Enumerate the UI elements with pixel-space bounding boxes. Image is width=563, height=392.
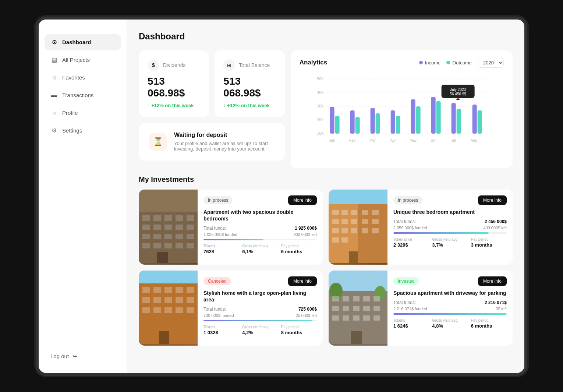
dividends-trend-value: +12% xyxy=(151,103,164,108)
investment-name-1: Apartment with two spacious double bedro… xyxy=(203,209,317,222)
sidebar-item-dashboard[interactable]: ⊙ Dashboard xyxy=(45,34,121,50)
svg-rect-41 xyxy=(153,215,161,221)
status-badge-3: Canceled xyxy=(203,277,231,285)
favorites-icon: ☆ xyxy=(50,74,58,81)
stat-tokens-3: Tokens 1 032$ xyxy=(203,325,239,335)
building-svg-4 xyxy=(329,271,387,344)
investment-image-3 xyxy=(139,271,198,346)
balance-icon: ⊞ xyxy=(223,59,235,71)
svg-text:Mar: Mar xyxy=(369,138,376,142)
progress-bar-4 xyxy=(393,313,507,315)
svg-rect-66 xyxy=(351,210,357,215)
stats-row: $ Dividends 513 068.98$ ↑ +12% on this w… xyxy=(139,50,285,117)
svg-rect-53 xyxy=(176,234,183,239)
svg-rect-59 xyxy=(187,243,194,248)
yield-value-2: 3,7% xyxy=(432,242,468,248)
svg-rect-77 xyxy=(362,228,368,233)
yield-value-1: 6,1% xyxy=(242,249,278,254)
analytics-card: Analytics Income Outcome xyxy=(291,50,513,168)
funded-label-3: 700 000$ funded xyxy=(203,313,234,318)
svg-text:10K: 10K xyxy=(317,131,324,135)
svg-rect-106 xyxy=(332,296,339,301)
balance-value: 513 068.98$ xyxy=(223,75,276,99)
sidebar-item-transactions[interactable]: ▬ Transactions xyxy=(45,87,121,103)
investment-content-3: Canceled More info Stylish home with a l… xyxy=(198,271,323,346)
sidebar-item-profile[interactable]: ○ Profile xyxy=(45,105,121,121)
stat-period-2: Pay period 3 months xyxy=(471,237,507,248)
sidebar-item-label: Favorites xyxy=(62,74,85,81)
year-selector[interactable]: 2020 2021 2022 2023 xyxy=(478,58,504,68)
dividends-trend: ↑ +12% on this week xyxy=(148,103,200,108)
svg-rect-73 xyxy=(372,219,379,224)
svg-rect-111 xyxy=(332,306,339,311)
svg-rect-92 xyxy=(164,297,172,303)
period-value-2: 3 months xyxy=(471,242,507,248)
tokens-label-4: Tokens xyxy=(393,318,429,322)
chart-container: 50K 40K 30K 20K 10K xyxy=(300,74,504,147)
svg-rect-50 xyxy=(142,234,150,239)
svg-rect-76 xyxy=(351,228,357,233)
investment-badges-4: Invested More info xyxy=(393,276,507,286)
more-info-button-3[interactable]: More info xyxy=(288,276,317,286)
svg-rect-65 xyxy=(341,210,348,215)
total-funds-value-2: 2 456 000$ xyxy=(485,219,507,224)
deposit-card: ⏳ Waiting for deposit Your profile and w… xyxy=(139,123,285,160)
svg-rect-71 xyxy=(351,219,357,224)
svg-rect-43 xyxy=(176,215,183,221)
sidebar-item-favorites[interactable]: ☆ Favorites xyxy=(45,70,121,86)
progress-fill-3 xyxy=(203,320,312,321)
dividends-value: 513 068.98$ xyxy=(148,75,200,99)
transactions-icon: ▬ xyxy=(50,92,58,99)
investment-card-4: Invested More info Spacious apartment wi… xyxy=(329,271,513,346)
svg-rect-11 xyxy=(335,116,339,134)
total-balance-card: ⊞ Total Balance 513 068.98$ ↑ +12% on th… xyxy=(215,50,284,117)
svg-rect-12 xyxy=(350,110,354,134)
stat-period-4: Pay period 6 months xyxy=(471,318,507,329)
stat-tokens-1: Tokens 762$ xyxy=(203,244,239,254)
more-info-button-4[interactable]: More info xyxy=(478,276,507,286)
svg-rect-15 xyxy=(375,113,380,134)
logout-button[interactable]: Log out ↪ xyxy=(50,353,115,360)
funded-label-4: 2 216 071$ funded xyxy=(393,307,427,311)
svg-rect-117 xyxy=(343,315,349,321)
page-title: Dashboard xyxy=(139,31,513,42)
main-content: Dashboard $ Dividends 513 068.98$ ↑ +12%… xyxy=(127,20,524,373)
svg-rect-55 xyxy=(142,243,150,248)
svg-rect-21 xyxy=(436,101,440,134)
svg-rect-18 xyxy=(411,99,415,134)
investment-image-4 xyxy=(329,271,387,346)
yield-value-3: 4,2% xyxy=(242,330,278,335)
svg-marker-27 xyxy=(456,98,460,100)
period-label-3: Pay period xyxy=(281,325,317,329)
investment-content-4: Invested More info Spacious apartment wi… xyxy=(387,271,513,346)
yield-label-4: Gross yield avg. xyxy=(432,318,468,322)
svg-rect-115 xyxy=(373,306,380,311)
stat-tokens-4: Tokens 1 624$ xyxy=(393,318,429,329)
sidebar-item-label: All Projects xyxy=(62,57,90,63)
stat-period-3: Pay period 8 months xyxy=(281,325,317,335)
more-info-button-2[interactable]: More info xyxy=(478,195,507,205)
investment-funds-row-2: Total funds: 2 456 000$ xyxy=(393,219,507,224)
svg-text:Jul: Jul xyxy=(451,138,456,142)
svg-rect-98 xyxy=(176,307,183,313)
stat-yield-2: Gross yield avg. 3,7% xyxy=(432,237,468,248)
left-label-4: 0$ left xyxy=(496,307,507,311)
stat-yield-3: Gross yield avg. 4,2% xyxy=(242,325,278,335)
status-badge-4: Invested xyxy=(393,277,419,285)
svg-rect-54 xyxy=(187,234,194,239)
investment-stats-3: Tokens 1 032$ Gross yield avg. 4,2% Pay … xyxy=(203,325,317,335)
svg-rect-60 xyxy=(157,252,168,263)
svg-rect-57 xyxy=(164,243,172,248)
status-badge-1: In process xyxy=(203,196,233,204)
investment-name-2: Unique three bedroom apartment xyxy=(393,209,507,215)
svg-rect-84 xyxy=(139,271,198,283)
sidebar-item-settings[interactable]: ⚙ Settings xyxy=(45,123,121,139)
total-funds-value-3: 725 000$ xyxy=(298,307,317,312)
svg-rect-107 xyxy=(343,296,349,301)
sidebar-item-all-projects[interactable]: ▤ All Projects xyxy=(45,52,121,68)
more-info-button-1[interactable]: More info xyxy=(288,195,317,205)
svg-rect-79 xyxy=(332,237,339,243)
svg-rect-28 xyxy=(472,105,477,134)
deposit-text: Waiting for deposit Your profile and wal… xyxy=(174,132,275,152)
svg-text:Aug: Aug xyxy=(470,138,477,142)
